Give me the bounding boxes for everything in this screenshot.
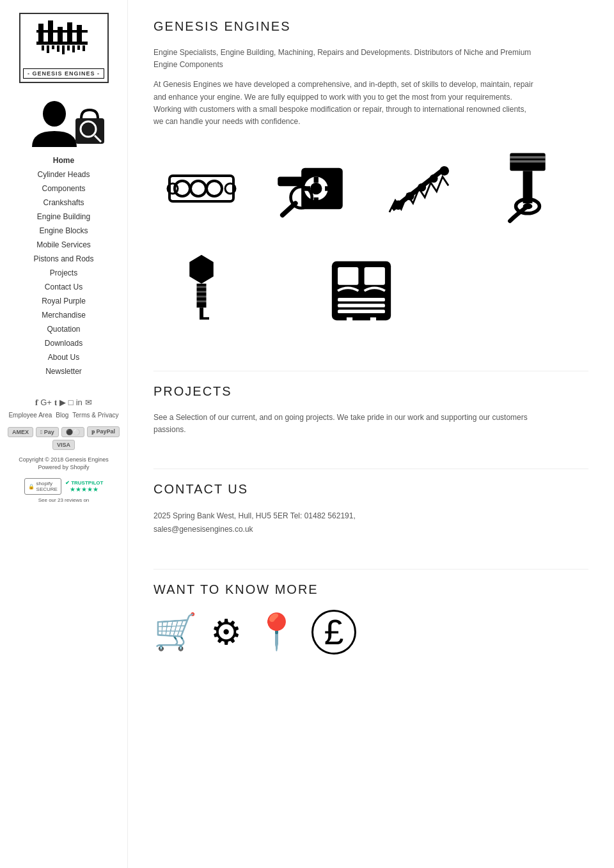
nav-mobile-services[interactable]: Mobile Services [6, 238, 121, 252]
home-description: At Genesis Engines we have developed a c… [154, 79, 537, 128]
facebook-icon[interactable]: 𝐟 [35, 398, 38, 408]
svg-rect-7 [42, 45, 44, 50]
mastercard-badge: ⚫⚪ [61, 427, 84, 437]
sidebar: - GENESIS ENGINES - Home Cylinder Heads … [0, 0, 128, 868]
nav-cylinder-heads[interactable]: Cylinder Heads [6, 167, 121, 182]
svg-rect-35 [278, 177, 304, 187]
svg-rect-62 [347, 318, 352, 322]
svg-point-23 [207, 181, 222, 196]
nav-pistons-rods[interactable]: Pistons and Rods [6, 252, 121, 266]
settings-icon[interactable]: ⚙ [210, 612, 242, 653]
want-more-title: WANT TO KNOW MORE [154, 582, 588, 597]
terms-privacy-link[interactable]: Terms & Privacy [72, 412, 118, 419]
svg-rect-29 [314, 177, 319, 183]
svg-rect-14 [77, 45, 80, 50]
logo-text: - GENESIS ENGINES - [23, 68, 104, 79]
currency-icon[interactable]: £ [311, 610, 356, 655]
svg-rect-51 [196, 291, 207, 293]
applepay-badge:  Pay [36, 427, 59, 437]
svg-rect-52 [196, 296, 207, 298]
piston-rod-icon-item[interactable] [480, 141, 576, 236]
svg-rect-12 [67, 45, 70, 50]
shopping-cart-icon[interactable]: 🛒 [154, 611, 198, 653]
main-nav: Home Cylinder Heads Components Crankshaf… [6, 153, 121, 378]
nav-home[interactable]: Home [6, 153, 121, 167]
engine-gears-icon-item[interactable] [262, 141, 358, 236]
shopify-label: shopifySECURE [36, 481, 58, 492]
nav-royal-purple[interactable]: Royal Purple [6, 294, 121, 308]
services-icon-grid [154, 141, 588, 236]
nav-engine-blocks[interactable]: Engine Blocks [6, 224, 121, 238]
trustpilot-badge: ✔ TRUSTPILOT ★★★★★ [65, 480, 103, 493]
contact-section: CONTACT US 2025 Spring Bank West, Hull, … [154, 482, 588, 537]
twitter-icon[interactable]: 𝐭 [54, 398, 57, 408]
svg-rect-32 [325, 186, 331, 190]
home-title: GENESIS ENGINES [154, 19, 588, 34]
engine-block-icon-item[interactable] [313, 243, 409, 339]
nav-newsletter[interactable]: Newsletter [6, 364, 121, 378]
amex-badge: AMEX [8, 427, 33, 437]
svg-rect-50 [196, 286, 207, 288]
shopify-badge: 🔒 shopifySECURE [24, 478, 61, 495]
nav-projects[interactable]: Projects [6, 266, 121, 280]
blog-link[interactable]: Blog [56, 412, 68, 419]
sidebar-footer: 𝐟 G+ 𝐭 ▶ □ in ✉ Employee Area Blog Terms… [6, 398, 121, 503]
home-tagline: Engine Specialists, Engine Building, Mac… [154, 47, 537, 71]
sidebar-links: Employee Area Blog Terms & Privacy [6, 412, 121, 419]
paypal-badge: 𝐩 PayPal [87, 426, 120, 437]
svg-rect-20 [169, 176, 233, 201]
svg-point-16 [43, 101, 66, 127]
svg-rect-8 [47, 45, 49, 53]
employee-area-link[interactable]: Employee Area [8, 412, 52, 419]
contact-address: 2025 Spring Bank West, Hull, HU5 5ER Tel… [154, 509, 588, 537]
svg-rect-53 [196, 300, 207, 302]
nav-engine-building[interactable]: Engine Building [6, 210, 121, 224]
instagram-icon[interactable]: □ [68, 398, 74, 408]
logo-icon [35, 17, 93, 66]
nav-downloads[interactable]: Downloads [6, 336, 121, 350]
home-section: GENESIS ENGINES Engine Specialists, Engi… [154, 19, 588, 339]
nav-components[interactable]: Components [6, 182, 121, 196]
search-area[interactable] [19, 96, 109, 147]
svg-rect-13 [72, 45, 75, 52]
visa-badge: VISA [52, 440, 75, 450]
svg-rect-57 [338, 267, 358, 285]
svg-point-22 [191, 181, 206, 196]
want-more-icons: 🛒 ⚙ 📍 £ [154, 610, 588, 655]
nav-merchandise[interactable]: Merchandise [6, 308, 121, 322]
crankshaft-icon-item[interactable] [371, 141, 467, 236]
gasket-icon-item[interactable] [154, 141, 249, 236]
svg-rect-61 [338, 310, 385, 314]
nav-quotation[interactable]: Quotation [6, 322, 121, 336]
logo-box: - GENESIS ENGINES - [19, 13, 109, 83]
svg-marker-48 [189, 255, 214, 284]
svg-rect-63 [370, 318, 376, 322]
svg-rect-4 [77, 25, 82, 43]
svg-rect-55 [200, 317, 209, 320]
youtube-icon[interactable]: ▶ [59, 398, 66, 408]
powered-by: Powered by Shopify [6, 464, 121, 470]
trustpilot-stars: ★★★★★ [70, 486, 98, 493]
copyright: Copyright © 2018 Genesis Engines [6, 456, 121, 463]
spark-plug-icon-item[interactable] [154, 243, 249, 339]
googleplus-icon[interactable]: G+ [40, 398, 52, 408]
services-icon-grid-2 [154, 243, 588, 339]
svg-rect-0 [38, 24, 43, 43]
see-reviews: See our 23 reviews on [6, 497, 121, 503]
trustpilot-label: ✔ TRUSTPILOT [65, 480, 103, 486]
want-more-section: WANT TO KNOW MORE 🛒 ⚙ 📍 £ [154, 582, 588, 655]
linkedin-icon[interactable]: in [76, 398, 83, 408]
svg-rect-58 [365, 267, 385, 285]
payment-methods: AMEX  Pay ⚫⚪ 𝐩 PayPal VISA [6, 426, 121, 450]
location-icon[interactable]: 📍 [255, 611, 299, 653]
nav-about-us[interactable]: About Us [6, 350, 121, 364]
svg-rect-44 [510, 160, 545, 163]
svg-rect-10 [57, 45, 59, 52]
svg-rect-9 [52, 45, 54, 49]
email-icon[interactable]: ✉ [85, 398, 92, 408]
social-icons-row: 𝐟 G+ 𝐭 ▶ □ in ✉ [6, 398, 121, 408]
nav-contact-us[interactable]: Contact Us [6, 280, 121, 294]
nav-crankshafts[interactable]: Crankshafts [6, 196, 121, 210]
svg-rect-11 [62, 45, 65, 54]
svg-rect-15 [83, 45, 85, 51]
